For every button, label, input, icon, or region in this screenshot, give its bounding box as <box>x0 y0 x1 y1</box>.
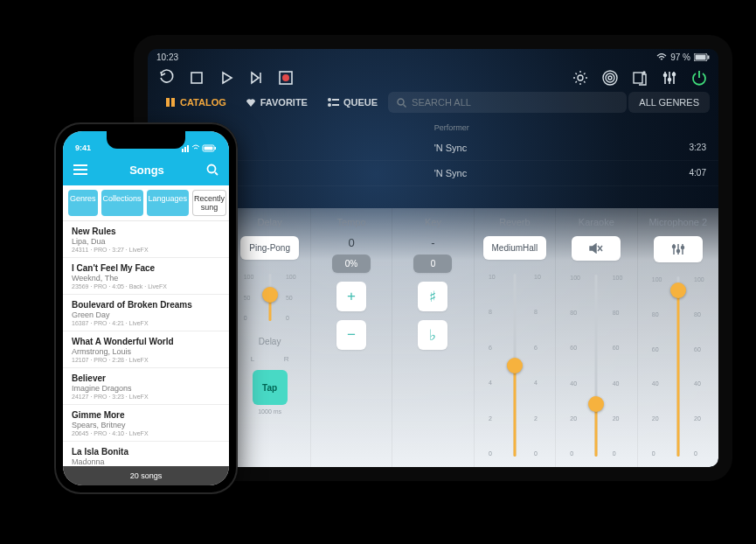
tab-queue[interactable]: QUEUE <box>318 92 386 113</box>
phone-device: 9:41 Songs Genres Collections Languages … <box>54 122 238 494</box>
book-icon <box>165 97 176 108</box>
tab-favorite[interactable]: FAVORITE <box>237 92 316 113</box>
song-meta: 24127 · PRO · 3:23 · LiveFX <box>72 394 220 400</box>
battery-text: 97 % <box>670 52 690 62</box>
genres-dropdown[interactable]: ALL GENRES <box>628 92 710 113</box>
delay-label: Delay <box>258 217 282 227</box>
svg-rect-3 <box>191 73 202 83</box>
tab-catalog[interactable]: CATALOG <box>156 92 235 113</box>
song-artist: Madonna <box>72 457 220 466</box>
tab-languages[interactable]: Languages <box>147 190 190 216</box>
svg-point-20 <box>328 98 331 101</box>
key-label: Key <box>425 217 441 227</box>
delay-preset-button[interactable]: Ping-Pong <box>240 236 299 260</box>
song-duration: 3:23 <box>662 143 706 153</box>
phone-footer: 20 songs <box>63 466 229 485</box>
gear-icon[interactable] <box>572 69 589 87</box>
stop-icon[interactable] <box>188 69 205 87</box>
tempo-value: 0 <box>348 236 354 249</box>
svg-line-46 <box>215 172 218 175</box>
svg-rect-41 <box>215 147 217 150</box>
phone-song-list[interactable]: New RulesLipa, Dua24311 · PRO · 3:27 · L… <box>63 221 229 485</box>
karaoke-slider[interactable]: 100806040200 100806040200 <box>575 269 617 462</box>
delay-sublabel: Delay <box>259 337 281 346</box>
mixer-key: Key - 0 ♯ ♭ <box>392 208 474 467</box>
key-sharp-button[interactable]: ♯ <box>418 282 447 311</box>
reverb-preset-button[interactable]: MediumHall <box>483 236 547 260</box>
mic2-slider[interactable]: 100806040200 100806040200 <box>657 271 699 462</box>
svg-point-33 <box>672 246 675 248</box>
mixer-delay: Delay Ping-Pong 100500 100500 Delay LR T… <box>229 208 310 467</box>
mic2-eq-button[interactable] <box>654 236 703 262</box>
mixer-icon[interactable] <box>661 69 678 87</box>
phone-tabs: Genres Collections Languages Recently su… <box>63 185 229 221</box>
mixer-microphone-2: Microphone 2 100806040200 100806040200 <box>638 208 718 467</box>
play-icon[interactable] <box>218 69 235 87</box>
delay-ms: 1000 ms <box>258 408 281 415</box>
song-title: Gimme More <box>72 410 220 420</box>
search-icon[interactable] <box>206 164 218 176</box>
list-item[interactable]: Boulevard of Broken DreamsGreen Day16387… <box>63 295 229 331</box>
broadcast-icon[interactable] <box>601 69 619 87</box>
key-zero-button[interactable]: 0 <box>413 255 452 273</box>
genres-label: ALL GENRES <box>639 97 699 108</box>
delay-tap-button[interactable]: Tap <box>253 370 288 405</box>
phone-title: Songs <box>129 164 164 177</box>
navbar: CATALOG FAVORITE QUEUE SEARCH ALL ALL GE… <box>148 92 718 120</box>
wifi-icon <box>656 53 667 61</box>
svg-point-12 <box>643 72 645 73</box>
song-title: Believer <box>72 373 220 383</box>
list-header: Title Performer <box>148 120 718 136</box>
mixer-karaoke: Karaoke 100806040200 100806040200 <box>556 208 637 467</box>
song-artist: Armstrong, Louis <box>72 347 220 356</box>
list-item[interactable]: What A Wonderful WorldArmstrong, Louis12… <box>63 331 229 368</box>
svg-point-6 <box>282 74 289 81</box>
phone-status-time: 9:41 <box>75 143 91 152</box>
song-artist: Spears, Britney <box>72 421 220 429</box>
list-item[interactable]: New RulesLipa, Dua24311 · PRO · 3:27 · L… <box>63 221 229 258</box>
tab-recently-sung[interactable]: Recently sung <box>192 190 226 216</box>
karaoke-mute-button[interactable] <box>572 236 621 261</box>
menu-icon[interactable] <box>73 164 87 175</box>
svg-point-45 <box>207 165 215 173</box>
list-item[interactable]: I Can't Feel My FaceWeeknd, The23569 · P… <box>63 258 229 295</box>
svg-rect-36 <box>182 149 184 152</box>
svg-rect-2 <box>708 56 710 59</box>
song-meta: 24311 · PRO · 3:27 · LiveFX <box>72 247 220 253</box>
svg-point-9 <box>606 73 614 82</box>
song-duration: 4:07 <box>662 168 706 178</box>
song-title: New Rules <box>72 227 220 236</box>
tempo-minus-button[interactable]: − <box>336 320 366 350</box>
search-placeholder: SEARCH ALL <box>412 97 471 108</box>
key-flat-button[interactable]: ♭ <box>418 320 447 350</box>
tempo-plus-button[interactable]: + <box>336 282 366 311</box>
song-performer: 'N Sync <box>434 168 662 178</box>
svg-point-17 <box>669 79 671 81</box>
next-icon[interactable] <box>247 69 265 87</box>
song-meta: 23569 · PRO · 4:05 · Back · LiveFX <box>72 283 220 289</box>
search-input[interactable]: SEARCH ALL <box>388 92 627 113</box>
svg-rect-22 <box>332 99 339 101</box>
tempo-pct-button[interactable]: 0% <box>332 255 371 273</box>
delay-slider[interactable]: 100500 100500 <box>249 269 291 326</box>
karaoke-label: Karaoke <box>579 217 614 227</box>
tab-genres[interactable]: Genres <box>68 190 98 216</box>
tab-collections[interactable]: Collections <box>101 190 143 216</box>
restart-icon[interactable] <box>158 69 176 87</box>
lyrics-icon[interactable] <box>631 69 648 87</box>
delay-r: R <box>284 355 289 363</box>
queue-icon <box>327 97 339 108</box>
reverb-slider[interactable]: 1086420 1086420 <box>494 269 536 462</box>
svg-rect-38 <box>187 145 189 152</box>
song-artist: Imagine Dragons <box>72 384 220 393</box>
power-icon[interactable] <box>690 69 708 87</box>
svg-rect-37 <box>184 147 186 152</box>
phone-header: Songs <box>63 154 229 185</box>
list-item[interactable]: Gimme MoreSpears, Britney20645 · PRO · 4… <box>63 405 229 442</box>
phone-screen: 9:41 Songs Genres Collections Languages … <box>63 131 229 485</box>
tick: 2 <box>489 415 496 422</box>
list-item[interactable]: BelieverImagine Dragons24127 · PRO · 3:2… <box>63 368 229 405</box>
svg-point-24 <box>398 99 404 105</box>
record-icon[interactable] <box>277 69 295 87</box>
song-meta: 16387 · PRO · 4:21 · LiveFX <box>72 320 220 326</box>
